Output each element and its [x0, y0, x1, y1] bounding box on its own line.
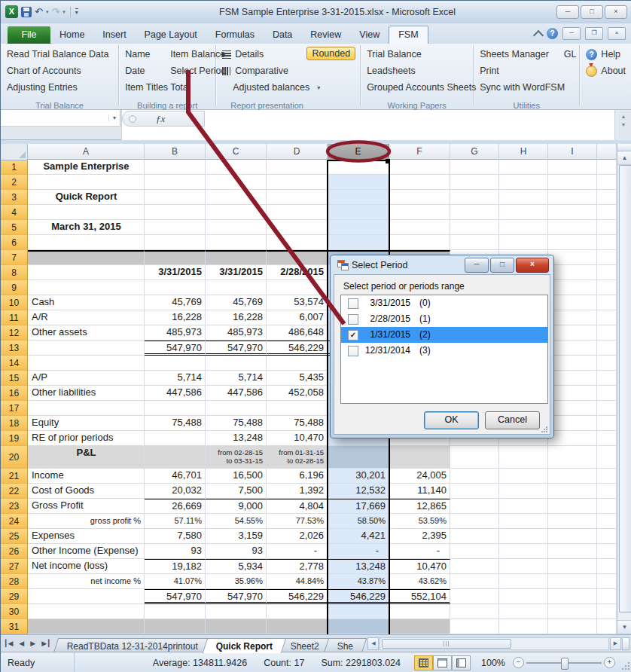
cell-J29[interactable]	[597, 589, 617, 604]
cell-F5[interactable]	[389, 220, 450, 235]
row-header-18[interactable]: 18	[1, 416, 28, 431]
page-break-view-button[interactable]	[452, 655, 471, 670]
cell-A29[interactable]	[28, 589, 145, 604]
row-header-7[interactable]: 7	[1, 250, 28, 265]
print-button[interactable]: Print	[474, 63, 579, 79]
last-sheet-icon[interactable]: ▶┃	[38, 640, 53, 647]
name-button[interactable]: Name	[119, 46, 164, 63]
column-header-G[interactable]: G	[450, 144, 499, 160]
adjusted-balances-button[interactable]: Adjusted balances ▾	[216, 79, 360, 96]
cell-B16[interactable]: 447,586	[145, 386, 206, 401]
cell-A9[interactable]	[28, 280, 145, 295]
vertical-scrollbar[interactable]: ▲ ▼	[617, 144, 631, 634]
cell-F28[interactable]: 43.62%	[389, 574, 450, 589]
cell-E21[interactable]: 30,201	[328, 469, 389, 484]
cell-J5[interactable]	[597, 220, 617, 235]
workbook-close-button[interactable]: ×	[608, 27, 626, 40]
cell-C8[interactable]: 3/31/2015	[206, 265, 267, 280]
cell-I8[interactable]	[548, 265, 597, 280]
cell-J13[interactable]	[597, 341, 617, 356]
cell-A12[interactable]: Other assets	[28, 325, 145, 341]
cell-G23[interactable]	[450, 499, 499, 514]
row-header-14[interactable]: 14	[1, 356, 28, 371]
cell-E2[interactable]	[328, 175, 389, 190]
cell-I23[interactable]	[548, 499, 597, 514]
column-header-D[interactable]: D	[267, 144, 328, 160]
first-sheet-icon[interactable]: ┃◀	[1, 640, 16, 647]
row-header-26[interactable]: 26	[1, 544, 28, 559]
cell-C15[interactable]: 5,714	[206, 371, 267, 386]
period-item-3[interactable]: 12/31/2014(3)	[341, 343, 547, 359]
cell-D1[interactable]	[267, 160, 328, 175]
cell-C20[interactable]: from 02-28-15 to 03-31-15	[206, 446, 267, 469]
cell-A26[interactable]: Other Income (Expense)	[28, 544, 145, 559]
cell-H26[interactable]	[499, 544, 548, 559]
column-header-I[interactable]: I	[548, 144, 597, 160]
cell-B2[interactable]	[145, 175, 206, 190]
cell-B22[interactable]: 20,032	[145, 484, 206, 499]
save-icon[interactable]	[21, 7, 32, 17]
cell-D22[interactable]: 1,392	[267, 484, 328, 499]
cell-H25[interactable]	[499, 529, 548, 544]
cell-J31[interactable]	[597, 619, 617, 634]
row-header-23[interactable]: 23	[1, 499, 28, 514]
period-checkbox-3[interactable]	[348, 346, 358, 356]
cell-A27[interactable]: Net income (loss)	[28, 559, 145, 574]
cell-C22[interactable]: 7,500	[206, 484, 267, 499]
cell-B7[interactable]	[145, 250, 206, 265]
column-header-B[interactable]: B	[145, 144, 206, 160]
cell-F3[interactable]	[389, 190, 450, 205]
row-header-15[interactable]: 15	[1, 371, 28, 386]
cell-C6[interactable]	[206, 235, 267, 250]
sheet-tab-she[interactable]: She	[324, 638, 367, 653]
cell-F23[interactable]: 12,865	[389, 499, 450, 514]
date-button[interactable]: Date	[119, 63, 164, 79]
cell-H27[interactable]	[499, 559, 548, 574]
cell-G21[interactable]	[450, 469, 499, 484]
cell-I12[interactable]	[548, 325, 597, 341]
cell-F22[interactable]: 11,140	[389, 484, 450, 499]
customize-qat-icon[interactable]: ▾	[75, 8, 78, 16]
cell-C21[interactable]: 16,500	[206, 469, 267, 484]
cell-B23[interactable]: 26,669	[145, 499, 206, 514]
cell-I7[interactable]	[548, 250, 597, 265]
cell-G20[interactable]	[450, 446, 499, 469]
cell-G26[interactable]	[450, 544, 499, 559]
cell-I1[interactable]	[548, 160, 597, 175]
details-button[interactable]: Details ▾	[216, 46, 317, 63]
horizontal-scroll-thumb[interactable]	[382, 639, 511, 649]
cell-J25[interactable]	[597, 529, 617, 544]
cell-J1[interactable]	[597, 160, 617, 175]
workbook-minimize-button[interactable]: ─	[562, 27, 581, 40]
sheet-tab-quick-report[interactable]: Quick Report	[202, 638, 286, 653]
grouped-accounts-sheets-button[interactable]: Grouped Accounts Sheets	[361, 79, 473, 96]
cell-A24[interactable]: gross profit %	[28, 514, 145, 529]
cell-I28[interactable]	[548, 574, 597, 589]
select-all-corner[interactable]	[1, 144, 28, 160]
cell-G4[interactable]	[450, 205, 499, 220]
cell-G6[interactable]	[450, 235, 499, 250]
cell-F27[interactable]: 10,470	[389, 559, 450, 574]
cell-E5[interactable]	[328, 220, 389, 235]
period-checkbox-1[interactable]	[348, 314, 358, 325]
cell-F21[interactable]: 24,005	[389, 469, 450, 484]
cell-I22[interactable]	[548, 484, 597, 499]
cell-B19[interactable]	[145, 431, 206, 446]
row-header-4[interactable]: 4	[1, 205, 28, 220]
cell-D19[interactable]: 10,470	[267, 431, 328, 446]
item-titles-button[interactable]: Item Titles	[119, 79, 164, 96]
cell-E31[interactable]	[328, 619, 389, 634]
cell-D17[interactable]	[267, 401, 328, 416]
cell-E22[interactable]: 12,532	[328, 484, 389, 499]
normal-view-button[interactable]	[414, 655, 433, 670]
row-header-10[interactable]: 10	[1, 295, 28, 310]
cell-C4[interactable]	[206, 205, 267, 220]
cell-J12[interactable]	[597, 325, 617, 341]
column-header-C[interactable]: C	[206, 144, 267, 160]
row-header-2[interactable]: 2	[1, 175, 28, 190]
cell-D16[interactable]: 452,058	[267, 386, 328, 401]
cell-D6[interactable]	[267, 235, 328, 250]
cell-H4[interactable]	[499, 205, 548, 220]
zoom-out-icon[interactable]: −	[513, 657, 524, 668]
cell-D21[interactable]: 6,196	[267, 469, 328, 484]
